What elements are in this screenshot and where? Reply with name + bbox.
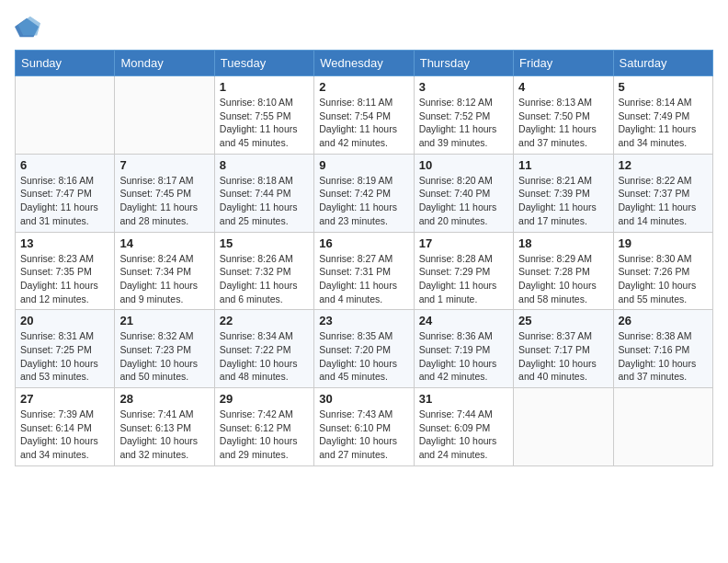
day-info: Sunrise: 8:19 AM Sunset: 7:42 PM Dayligh… (319, 174, 408, 228)
day-info: Sunrise: 7:41 AM Sunset: 6:13 PM Dayligh… (119, 408, 209, 462)
day-info: Sunrise: 7:43 AM Sunset: 6:10 PM Dayligh… (319, 408, 408, 462)
calendar-cell: 18Sunrise: 8:29 AM Sunset: 7:28 PM Dayli… (514, 232, 613, 310)
day-info: Sunrise: 8:30 AM Sunset: 7:26 PM Dayligh… (619, 252, 708, 306)
calendar-cell: 31Sunrise: 7:44 AM Sunset: 6:09 PM Dayli… (414, 388, 513, 466)
header-cell-wednesday: Wednesday (314, 51, 414, 76)
calendar-cell: 15Sunrise: 8:26 AM Sunset: 7:32 PM Dayli… (214, 232, 313, 310)
calendar-table: SundayMondayTuesdayWednesdayThursdayFrid… (15, 50, 713, 466)
day-number: 3 (419, 80, 508, 94)
day-number: 24 (419, 314, 508, 327)
day-info: Sunrise: 8:11 AM Sunset: 7:54 PM Dayligh… (319, 96, 408, 150)
day-number: 13 (20, 236, 109, 250)
calendar-cell: 21Sunrise: 8:32 AM Sunset: 7:23 PM Dayli… (115, 310, 214, 388)
calendar-cell: 3Sunrise: 8:12 AM Sunset: 7:52 PM Daylig… (414, 76, 513, 155)
calendar-cell (514, 388, 613, 466)
day-info: Sunrise: 8:32 AM Sunset: 7:23 PM Dayligh… (119, 329, 209, 384)
calendar-cell: 11Sunrise: 8:21 AM Sunset: 7:39 PM Dayli… (514, 154, 613, 232)
day-info: Sunrise: 8:16 AM Sunset: 7:47 PM Dayligh… (20, 174, 109, 228)
day-info: Sunrise: 8:29 AM Sunset: 7:28 PM Dayligh… (518, 252, 608, 306)
day-number: 2 (319, 80, 408, 94)
calendar-body: 1Sunrise: 8:10 AM Sunset: 7:55 PM Daylig… (16, 76, 713, 466)
calendar-cell: 2Sunrise: 8:11 AM Sunset: 7:54 PM Daylig… (314, 76, 414, 155)
calendar-cell: 19Sunrise: 8:30 AM Sunset: 7:26 PM Dayli… (613, 232, 712, 310)
calendar-week-row: 13Sunrise: 8:23 AM Sunset: 7:35 PM Dayli… (16, 232, 713, 310)
header-cell-tuesday: Tuesday (214, 51, 313, 76)
day-info: Sunrise: 8:31 AM Sunset: 7:25 PM Dayligh… (20, 329, 109, 384)
day-number: 25 (518, 314, 608, 327)
day-number: 31 (419, 392, 508, 406)
day-number: 5 (619, 80, 708, 94)
calendar-cell: 28Sunrise: 7:41 AM Sunset: 6:13 PM Dayli… (115, 388, 214, 466)
header-cell-friday: Friday (514, 51, 613, 76)
header-cell-thursday: Thursday (414, 51, 513, 76)
day-info: Sunrise: 8:17 AM Sunset: 7:45 PM Dayligh… (119, 174, 209, 228)
calendar-cell: 16Sunrise: 8:27 AM Sunset: 7:31 PM Dayli… (314, 232, 414, 310)
calendar-week-row: 20Sunrise: 8:31 AM Sunset: 7:25 PM Dayli… (16, 310, 713, 388)
calendar-cell (115, 76, 214, 155)
calendar-cell: 26Sunrise: 8:38 AM Sunset: 7:16 PM Dayli… (613, 310, 712, 388)
logo-icon (15, 15, 40, 40)
calendar-cell: 20Sunrise: 8:31 AM Sunset: 7:25 PM Dayli… (16, 310, 115, 388)
day-info: Sunrise: 7:42 AM Sunset: 6:12 PM Dayligh… (220, 408, 309, 462)
header-cell-monday: Monday (115, 51, 214, 76)
calendar-cell: 4Sunrise: 8:13 AM Sunset: 7:50 PM Daylig… (514, 76, 613, 155)
calendar-cell: 7Sunrise: 8:17 AM Sunset: 7:45 PM Daylig… (115, 154, 214, 232)
day-number: 29 (220, 392, 309, 406)
day-number: 6 (20, 158, 109, 172)
day-info: Sunrise: 8:13 AM Sunset: 7:50 PM Dayligh… (518, 96, 608, 150)
day-number: 19 (619, 236, 708, 250)
calendar-cell: 13Sunrise: 8:23 AM Sunset: 7:35 PM Dayli… (16, 232, 115, 310)
day-info: Sunrise: 8:24 AM Sunset: 7:34 PM Dayligh… (119, 252, 209, 306)
day-number: 16 (319, 236, 408, 250)
calendar-cell: 8Sunrise: 8:18 AM Sunset: 7:44 PM Daylig… (214, 154, 313, 232)
day-info: Sunrise: 8:10 AM Sunset: 7:55 PM Dayligh… (220, 96, 309, 150)
day-number: 8 (220, 158, 309, 172)
calendar-week-row: 27Sunrise: 7:39 AM Sunset: 6:14 PM Dayli… (16, 388, 713, 466)
calendar-cell: 22Sunrise: 8:34 AM Sunset: 7:22 PM Dayli… (214, 310, 313, 388)
day-info: Sunrise: 8:35 AM Sunset: 7:20 PM Dayligh… (319, 329, 408, 384)
day-number: 14 (119, 236, 209, 250)
calendar-cell: 29Sunrise: 7:42 AM Sunset: 6:12 PM Dayli… (214, 388, 313, 466)
day-number: 28 (119, 392, 209, 406)
day-info: Sunrise: 8:37 AM Sunset: 7:17 PM Dayligh… (518, 329, 608, 384)
day-info: Sunrise: 8:34 AM Sunset: 7:22 PM Dayligh… (220, 329, 309, 384)
calendar-week-row: 6Sunrise: 8:16 AM Sunset: 7:47 PM Daylig… (16, 154, 713, 232)
day-number: 18 (518, 236, 608, 250)
day-info: Sunrise: 8:20 AM Sunset: 7:40 PM Dayligh… (419, 174, 508, 228)
day-number: 20 (20, 314, 109, 327)
calendar-cell: 12Sunrise: 8:22 AM Sunset: 7:37 PM Dayli… (613, 154, 712, 232)
day-info: Sunrise: 8:18 AM Sunset: 7:44 PM Dayligh… (220, 174, 309, 228)
day-number: 27 (20, 392, 109, 406)
day-info: Sunrise: 8:26 AM Sunset: 7:32 PM Dayligh… (220, 252, 309, 306)
day-info: Sunrise: 8:38 AM Sunset: 7:16 PM Dayligh… (619, 329, 708, 384)
day-number: 22 (220, 314, 309, 327)
day-info: Sunrise: 7:39 AM Sunset: 6:14 PM Dayligh… (20, 408, 109, 462)
calendar-cell (16, 76, 115, 155)
calendar-cell: 14Sunrise: 8:24 AM Sunset: 7:34 PM Dayli… (115, 232, 214, 310)
day-info: Sunrise: 8:21 AM Sunset: 7:39 PM Dayligh… (518, 174, 608, 228)
day-number: 23 (319, 314, 408, 327)
calendar-cell: 5Sunrise: 8:14 AM Sunset: 7:49 PM Daylig… (613, 76, 712, 155)
day-info: Sunrise: 7:44 AM Sunset: 6:09 PM Dayligh… (419, 408, 508, 462)
day-number: 9 (319, 158, 408, 172)
day-number: 17 (419, 236, 508, 250)
logo (15, 15, 44, 40)
day-info: Sunrise: 8:36 AM Sunset: 7:19 PM Dayligh… (419, 329, 508, 384)
calendar-cell: 24Sunrise: 8:36 AM Sunset: 7:19 PM Dayli… (414, 310, 513, 388)
calendar-cell: 10Sunrise: 8:20 AM Sunset: 7:40 PM Dayli… (414, 154, 513, 232)
calendar-header-row: SundayMondayTuesdayWednesdayThursdayFrid… (16, 51, 713, 76)
calendar-cell: 17Sunrise: 8:28 AM Sunset: 7:29 PM Dayli… (414, 232, 513, 310)
day-number: 1 (220, 80, 309, 94)
day-info: Sunrise: 8:28 AM Sunset: 7:29 PM Dayligh… (419, 252, 508, 306)
calendar-cell: 23Sunrise: 8:35 AM Sunset: 7:20 PM Dayli… (314, 310, 414, 388)
day-info: Sunrise: 8:12 AM Sunset: 7:52 PM Dayligh… (419, 96, 508, 150)
calendar-cell (613, 388, 712, 466)
day-number: 26 (619, 314, 708, 327)
day-info: Sunrise: 8:14 AM Sunset: 7:49 PM Dayligh… (619, 96, 708, 150)
header (15, 15, 713, 40)
day-number: 12 (619, 158, 708, 172)
calendar-week-row: 1Sunrise: 8:10 AM Sunset: 7:55 PM Daylig… (16, 76, 713, 155)
day-number: 15 (220, 236, 309, 250)
day-info: Sunrise: 8:27 AM Sunset: 7:31 PM Dayligh… (319, 252, 408, 306)
calendar-cell: 9Sunrise: 8:19 AM Sunset: 7:42 PM Daylig… (314, 154, 414, 232)
